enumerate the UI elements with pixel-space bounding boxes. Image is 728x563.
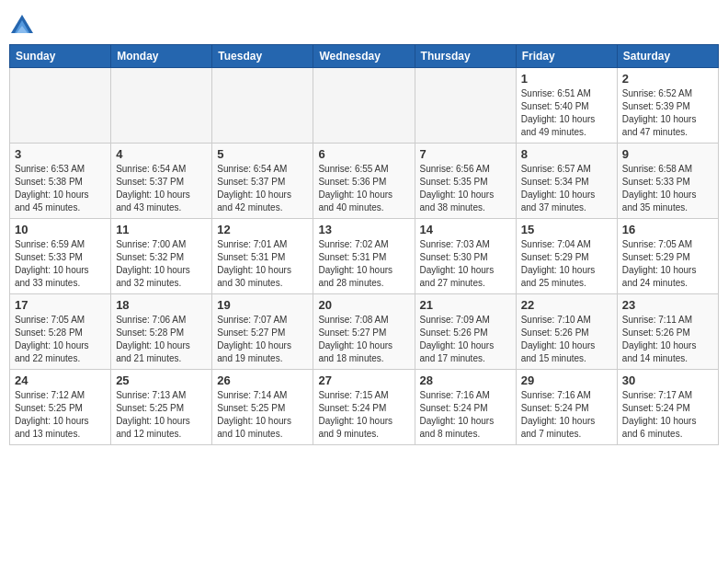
day-number: 21 [420,298,511,312]
day-info: Sunrise: 7:08 AM Sunset: 5:27 PM Dayligh… [318,314,409,365]
day-info: Sunrise: 7:17 AM Sunset: 5:24 PM Dayligh… [622,389,713,441]
calendar-header-row: SundayMondayTuesdayWednesdayThursdayFrid… [10,45,719,68]
day-number: 10 [15,223,106,236]
calendar-day-2: 2Sunrise: 6:52 AM Sunset: 5:39 PM Daylig… [617,68,718,144]
day-info: Sunrise: 7:01 AM Sunset: 5:31 PM Dayligh… [217,238,308,290]
calendar-day-10: 10Sunrise: 6:59 AM Sunset: 5:33 PM Dayli… [10,219,111,294]
day-number: 11 [116,223,207,236]
calendar-day-27: 27Sunrise: 7:15 AM Sunset: 5:24 PM Dayli… [313,370,415,445]
day-number: 1 [521,72,612,86]
calendar-day-empty [313,68,415,144]
day-number: 19 [217,298,308,312]
day-info: Sunrise: 7:16 AM Sunset: 5:24 PM Dayligh… [420,389,511,441]
calendar-day-13: 13Sunrise: 7:02 AM Sunset: 5:31 PM Dayli… [313,219,415,294]
day-info: Sunrise: 7:12 AM Sunset: 5:25 PM Dayligh… [15,389,106,441]
day-info: Sunrise: 6:53 AM Sunset: 5:38 PM Dayligh… [15,163,106,214]
calendar-day-empty [111,68,212,144]
day-number: 29 [521,373,612,387]
calendar-day-18: 18Sunrise: 7:06 AM Sunset: 5:28 PM Dayli… [111,294,212,370]
day-header-sunday: Sunday [10,45,111,68]
calendar-week-1: 1Sunrise: 6:51 AM Sunset: 5:40 PM Daylig… [10,68,719,144]
day-info: Sunrise: 6:56 AM Sunset: 5:35 PM Dayligh… [420,163,511,214]
calendar-day-12: 12Sunrise: 7:01 AM Sunset: 5:31 PM Dayli… [212,219,313,294]
day-number: 24 [15,373,106,387]
calendar-day-empty [415,68,516,144]
calendar-day-22: 22Sunrise: 7:10 AM Sunset: 5:26 PM Dayli… [516,294,617,370]
day-header-monday: Monday [111,45,212,68]
day-number: 9 [622,147,713,161]
day-number: 3 [15,147,106,161]
day-info: Sunrise: 7:13 AM Sunset: 5:25 PM Dayligh… [116,389,207,441]
day-number: 4 [116,147,207,161]
day-info: Sunrise: 7:06 AM Sunset: 5:28 PM Dayligh… [116,314,207,365]
calendar-table: SundayMondayTuesdayWednesdayThursdayFrid… [9,44,719,445]
day-header-friday: Friday [516,45,617,68]
day-number: 8 [521,147,612,161]
day-info: Sunrise: 6:55 AM Sunset: 5:36 PM Dayligh… [318,163,409,214]
calendar-day-20: 20Sunrise: 7:08 AM Sunset: 5:27 PM Dayli… [313,294,415,370]
calendar-day-3: 3Sunrise: 6:53 AM Sunset: 5:38 PM Daylig… [10,144,111,219]
calendar-day-24: 24Sunrise: 7:12 AM Sunset: 5:25 PM Dayli… [10,370,111,445]
day-header-tuesday: Tuesday [212,45,313,68]
day-number: 13 [318,223,409,236]
day-info: Sunrise: 6:52 AM Sunset: 5:39 PM Dayligh… [622,87,713,139]
day-number: 16 [622,223,713,236]
day-info: Sunrise: 7:03 AM Sunset: 5:30 PM Dayligh… [420,238,511,290]
day-number: 26 [217,373,308,387]
day-info: Sunrise: 7:16 AM Sunset: 5:24 PM Dayligh… [521,389,612,441]
day-number: 22 [521,298,612,312]
calendar-day-5: 5Sunrise: 6:54 AM Sunset: 5:37 PM Daylig… [212,144,313,219]
day-number: 20 [318,298,409,312]
day-info: Sunrise: 7:05 AM Sunset: 5:28 PM Dayligh… [15,314,106,365]
day-number: 2 [622,72,713,86]
day-header-saturday: Saturday [617,45,718,68]
calendar-day-1: 1Sunrise: 6:51 AM Sunset: 5:40 PM Daylig… [516,68,617,144]
page-header [9,9,719,39]
day-number: 18 [116,298,207,312]
day-number: 5 [217,147,308,161]
calendar-day-11: 11Sunrise: 7:00 AM Sunset: 5:32 PM Dayli… [111,219,212,294]
day-info: Sunrise: 7:02 AM Sunset: 5:31 PM Dayligh… [318,238,409,290]
calendar-day-4: 4Sunrise: 6:54 AM Sunset: 5:37 PM Daylig… [111,144,212,219]
calendar-week-4: 17Sunrise: 7:05 AM Sunset: 5:28 PM Dayli… [10,294,719,370]
calendar-day-9: 9Sunrise: 6:58 AM Sunset: 5:33 PM Daylig… [617,144,718,219]
day-number: 14 [420,223,511,236]
logo [9,13,39,39]
day-number: 28 [420,373,511,387]
day-info: Sunrise: 6:54 AM Sunset: 5:37 PM Dayligh… [116,163,207,214]
day-number: 27 [318,373,409,387]
day-number: 12 [217,223,308,236]
day-number: 25 [116,373,207,387]
calendar-day-30: 30Sunrise: 7:17 AM Sunset: 5:24 PM Dayli… [617,370,718,445]
day-info: Sunrise: 7:14 AM Sunset: 5:25 PM Dayligh… [217,389,308,441]
calendar-day-7: 7Sunrise: 6:56 AM Sunset: 5:35 PM Daylig… [415,144,516,219]
day-info: Sunrise: 7:04 AM Sunset: 5:29 PM Dayligh… [521,238,612,290]
day-number: 15 [521,223,612,236]
calendar-week-3: 10Sunrise: 6:59 AM Sunset: 5:33 PM Dayli… [10,219,719,294]
day-number: 17 [15,298,106,312]
calendar-day-17: 17Sunrise: 7:05 AM Sunset: 5:28 PM Dayli… [10,294,111,370]
calendar-day-23: 23Sunrise: 7:11 AM Sunset: 5:26 PM Dayli… [617,294,718,370]
day-info: Sunrise: 7:09 AM Sunset: 5:26 PM Dayligh… [420,314,511,365]
calendar-day-29: 29Sunrise: 7:16 AM Sunset: 5:24 PM Dayli… [516,370,617,445]
day-info: Sunrise: 6:57 AM Sunset: 5:34 PM Dayligh… [521,163,612,214]
day-number: 23 [622,298,713,312]
day-number: 6 [318,147,409,161]
calendar-day-25: 25Sunrise: 7:13 AM Sunset: 5:25 PM Dayli… [111,370,212,445]
day-header-thursday: Thursday [415,45,516,68]
day-info: Sunrise: 6:59 AM Sunset: 5:33 PM Dayligh… [15,238,106,290]
calendar-week-5: 24Sunrise: 7:12 AM Sunset: 5:25 PM Dayli… [10,370,719,445]
day-header-wednesday: Wednesday [313,45,415,68]
day-info: Sunrise: 7:11 AM Sunset: 5:26 PM Dayligh… [622,314,713,365]
day-number: 30 [622,373,713,387]
day-info: Sunrise: 6:54 AM Sunset: 5:37 PM Dayligh… [217,163,308,214]
day-info: Sunrise: 6:58 AM Sunset: 5:33 PM Dayligh… [622,163,713,214]
calendar-day-16: 16Sunrise: 7:05 AM Sunset: 5:29 PM Dayli… [617,219,718,294]
calendar-week-2: 3Sunrise: 6:53 AM Sunset: 5:38 PM Daylig… [10,144,719,219]
calendar-day-empty [10,68,111,144]
day-info: Sunrise: 7:05 AM Sunset: 5:29 PM Dayligh… [622,238,713,290]
day-info: Sunrise: 7:10 AM Sunset: 5:26 PM Dayligh… [521,314,612,365]
logo-icon [9,13,35,39]
calendar-day-empty [212,68,313,144]
calendar-day-8: 8Sunrise: 6:57 AM Sunset: 5:34 PM Daylig… [516,144,617,219]
